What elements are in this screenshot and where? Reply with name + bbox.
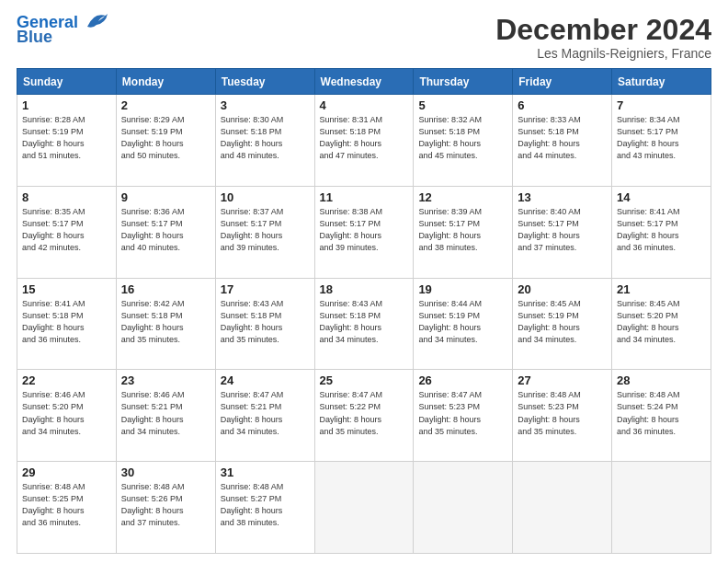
calendar-week-row: 8 Sunrise: 8:35 AMSunset: 5:17 PMDayligh…: [17, 186, 711, 278]
day-info: Sunrise: 8:41 AMSunset: 5:18 PMDaylight:…: [22, 299, 85, 344]
day-info: Sunrise: 8:42 AMSunset: 5:18 PMDaylight:…: [121, 299, 185, 344]
table-row: 9 Sunrise: 8:36 AMSunset: 5:17 PMDayligh…: [116, 186, 215, 278]
day-number: 27: [518, 373, 607, 387]
day-info: Sunrise: 8:44 AMSunset: 5:19 PMDaylight:…: [418, 299, 482, 344]
day-info: Sunrise: 8:41 AMSunset: 5:17 PMDaylight:…: [617, 207, 680, 252]
page: General Blue December 2024 Les Magnils-R…: [0, 0, 728, 563]
day-number: 12: [418, 190, 507, 204]
table-row: 21 Sunrise: 8:45 AMSunset: 5:20 PMDaylig…: [612, 278, 711, 370]
table-row: 10 Sunrise: 8:37 AMSunset: 5:17 PMDaylig…: [215, 186, 314, 278]
day-info: Sunrise: 8:33 AMSunset: 5:18 PMDaylight:…: [518, 115, 581, 160]
table-row: 3 Sunrise: 8:30 AMSunset: 5:18 PMDayligh…: [215, 95, 314, 187]
day-info: Sunrise: 8:29 AMSunset: 5:19 PMDaylight:…: [121, 115, 185, 160]
table-row: 13 Sunrise: 8:40 AMSunset: 5:17 PMDaylig…: [513, 186, 612, 278]
table-row: 17 Sunrise: 8:43 AMSunset: 5:18 PMDaylig…: [215, 278, 314, 370]
table-row: 27 Sunrise: 8:48 AMSunset: 5:23 PMDaylig…: [513, 370, 612, 462]
day-number: 13: [518, 190, 607, 204]
day-info: Sunrise: 8:46 AMSunset: 5:21 PMDaylight:…: [121, 390, 185, 435]
month-title: December 2024: [495, 14, 711, 46]
calendar-week-row: 1 Sunrise: 8:28 AMSunset: 5:19 PMDayligh…: [17, 95, 711, 187]
day-info: Sunrise: 8:39 AMSunset: 5:17 PMDaylight:…: [418, 207, 482, 252]
table-row: 2 Sunrise: 8:29 AMSunset: 5:19 PMDayligh…: [116, 95, 215, 187]
day-number: 5: [418, 98, 507, 112]
day-number: 24: [221, 373, 310, 387]
table-row: 1 Sunrise: 8:28 AMSunset: 5:19 PMDayligh…: [17, 95, 117, 187]
day-info: Sunrise: 8:48 AMSunset: 5:23 PMDaylight:…: [518, 390, 581, 435]
table-row: 14 Sunrise: 8:41 AMSunset: 5:17 PMDaylig…: [612, 186, 711, 278]
day-number: 23: [121, 373, 210, 387]
calendar-week-row: 29 Sunrise: 8:48 AMSunset: 5:25 PMDaylig…: [17, 462, 711, 554]
day-number: 19: [418, 282, 507, 296]
table-row: [314, 462, 414, 554]
day-number: 22: [22, 373, 111, 387]
col-sunday: Sunday: [17, 69, 117, 95]
calendar-table: Sunday Monday Tuesday Wednesday Thursday…: [17, 68, 711, 554]
day-number: 20: [518, 282, 607, 296]
day-info: Sunrise: 8:47 AMSunset: 5:22 PMDaylight:…: [320, 390, 383, 435]
table-row: 28 Sunrise: 8:48 AMSunset: 5:24 PMDaylig…: [612, 370, 711, 462]
col-wednesday: Wednesday: [314, 69, 414, 95]
table-row: [414, 462, 513, 554]
table-row: 29 Sunrise: 8:48 AMSunset: 5:25 PMDaylig…: [17, 462, 117, 554]
title-block: December 2024 Les Magnils-Reigniers, Fra…: [495, 14, 711, 61]
location-subtitle: Les Magnils-Reigniers, France: [495, 46, 711, 61]
table-row: 23 Sunrise: 8:46 AMSunset: 5:21 PMDaylig…: [116, 370, 215, 462]
day-info: Sunrise: 8:48 AMSunset: 5:24 PMDaylight:…: [617, 390, 680, 435]
day-number: 14: [617, 190, 706, 204]
day-info: Sunrise: 8:45 AMSunset: 5:19 PMDaylight:…: [518, 299, 581, 344]
header: General Blue December 2024 Les Magnils-R…: [17, 14, 711, 61]
day-info: Sunrise: 8:28 AMSunset: 5:19 PMDaylight:…: [22, 115, 85, 160]
day-info: Sunrise: 8:47 AMSunset: 5:21 PMDaylight:…: [221, 390, 284, 435]
table-row: 30 Sunrise: 8:48 AMSunset: 5:26 PMDaylig…: [116, 462, 215, 554]
calendar-week-row: 22 Sunrise: 8:46 AMSunset: 5:20 PMDaylig…: [17, 370, 711, 462]
table-row: 8 Sunrise: 8:35 AMSunset: 5:17 PMDayligh…: [17, 186, 117, 278]
day-info: Sunrise: 8:31 AMSunset: 5:18 PMDaylight:…: [320, 115, 383, 160]
table-row: 26 Sunrise: 8:47 AMSunset: 5:23 PMDaylig…: [414, 370, 513, 462]
day-number: 3: [221, 98, 310, 112]
day-number: 25: [320, 373, 409, 387]
day-info: Sunrise: 8:47 AMSunset: 5:23 PMDaylight:…: [418, 390, 482, 435]
table-row: 7 Sunrise: 8:34 AMSunset: 5:17 PMDayligh…: [612, 95, 711, 187]
day-info: Sunrise: 8:34 AMSunset: 5:17 PMDaylight:…: [617, 115, 680, 160]
table-row: 6 Sunrise: 8:33 AMSunset: 5:18 PMDayligh…: [513, 95, 612, 187]
day-number: 8: [22, 190, 111, 204]
table-row: 12 Sunrise: 8:39 AMSunset: 5:17 PMDaylig…: [414, 186, 513, 278]
logo-bird-icon: [80, 10, 108, 32]
day-number: 26: [418, 373, 507, 387]
table-row: 19 Sunrise: 8:44 AMSunset: 5:19 PMDaylig…: [414, 278, 513, 370]
table-row: 25 Sunrise: 8:47 AMSunset: 5:22 PMDaylig…: [314, 370, 414, 462]
day-info: Sunrise: 8:37 AMSunset: 5:17 PMDaylight:…: [221, 207, 284, 252]
day-number: 7: [617, 98, 706, 112]
col-monday: Monday: [116, 69, 215, 95]
table-row: 20 Sunrise: 8:45 AMSunset: 5:19 PMDaylig…: [513, 278, 612, 370]
calendar-header-row: Sunday Monday Tuesday Wednesday Thursday…: [17, 69, 711, 95]
day-number: 30: [121, 465, 210, 479]
table-row: 31 Sunrise: 8:48 AMSunset: 5:27 PMDaylig…: [215, 462, 314, 554]
day-info: Sunrise: 8:40 AMSunset: 5:17 PMDaylight:…: [518, 207, 581, 252]
col-friday: Friday: [513, 69, 612, 95]
day-number: 6: [518, 98, 607, 112]
day-number: 4: [320, 98, 409, 112]
day-info: Sunrise: 8:45 AMSunset: 5:20 PMDaylight:…: [617, 299, 680, 344]
day-info: Sunrise: 8:43 AMSunset: 5:18 PMDaylight:…: [320, 299, 383, 344]
day-info: Sunrise: 8:36 AMSunset: 5:17 PMDaylight:…: [121, 207, 185, 252]
day-number: 28: [617, 373, 706, 387]
table-row: 4 Sunrise: 8:31 AMSunset: 5:18 PMDayligh…: [314, 95, 414, 187]
day-info: Sunrise: 8:38 AMSunset: 5:17 PMDaylight:…: [320, 207, 383, 252]
col-thursday: Thursday: [414, 69, 513, 95]
day-info: Sunrise: 8:48 AMSunset: 5:25 PMDaylight:…: [22, 482, 85, 527]
day-number: 18: [320, 282, 409, 296]
table-row: [513, 462, 612, 554]
day-number: 1: [22, 98, 111, 112]
day-info: Sunrise: 8:43 AMSunset: 5:18 PMDaylight:…: [221, 299, 284, 344]
day-number: 16: [121, 282, 210, 296]
table-row: 22 Sunrise: 8:46 AMSunset: 5:20 PMDaylig…: [17, 370, 117, 462]
day-number: 29: [22, 465, 111, 479]
day-info: Sunrise: 8:46 AMSunset: 5:20 PMDaylight:…: [22, 390, 85, 435]
day-number: 15: [22, 282, 111, 296]
day-number: 11: [320, 190, 409, 204]
day-number: 10: [221, 190, 310, 204]
table-row: 18 Sunrise: 8:43 AMSunset: 5:18 PMDaylig…: [314, 278, 414, 370]
day-info: Sunrise: 8:35 AMSunset: 5:17 PMDaylight:…: [22, 207, 85, 252]
table-row: 11 Sunrise: 8:38 AMSunset: 5:17 PMDaylig…: [314, 186, 414, 278]
